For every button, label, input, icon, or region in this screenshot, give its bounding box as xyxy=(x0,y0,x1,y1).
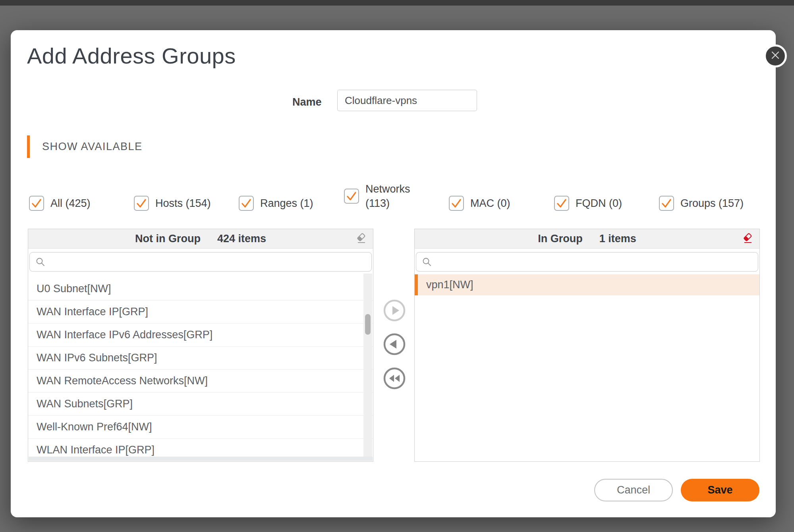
name-input[interactable] xyxy=(337,90,477,111)
vertical-scrollbar[interactable] xyxy=(363,274,372,457)
search-input[interactable] xyxy=(50,254,371,270)
not-in-group-list: U0 Subnet[NW] WAN Interface IP[GRP] WAN … xyxy=(28,278,373,461)
eraser-icon xyxy=(741,232,755,245)
filter-label: Hosts (154) xyxy=(155,197,211,210)
dialog-title: Add Address Groups xyxy=(27,43,236,69)
checkbox xyxy=(29,196,44,211)
checkbox xyxy=(239,196,254,211)
move-right-button[interactable] xyxy=(383,299,406,322)
save-button[interactable]: Save xyxy=(681,479,759,501)
list-item-label: vpn1[NW] xyxy=(426,279,473,291)
list-item[interactable]: WAN RemoteAccess Networks[NW] xyxy=(28,370,373,393)
check-icon xyxy=(555,197,568,210)
in-group-header: In Group 1 items xyxy=(415,229,759,249)
section-accent-bar xyxy=(27,135,30,158)
name-field-label: Name xyxy=(292,96,332,108)
checkbox xyxy=(554,196,569,211)
double-arrow-left-icon xyxy=(383,367,406,389)
list-item[interactable]: Well-Known Pref64[NW] xyxy=(28,416,373,439)
list-item[interactable]: U0 Subnet[NW] xyxy=(28,278,373,301)
check-icon xyxy=(660,197,673,210)
clear-list-button[interactable] xyxy=(741,232,755,245)
filter-label: Groups (157) xyxy=(680,197,744,210)
check-icon xyxy=(240,197,253,210)
list-item-selected[interactable]: vpn1[NW] xyxy=(415,274,759,295)
panel-item-count: 1 items xyxy=(599,233,636,245)
list-item-label: WAN Interface IPv6 Addresses[GRP] xyxy=(37,329,213,341)
filter-label: FQDN (0) xyxy=(576,197,622,210)
arrow-right-icon xyxy=(383,299,406,322)
close-button[interactable] xyxy=(764,44,787,67)
close-icon xyxy=(769,49,781,63)
search-icon xyxy=(35,257,46,267)
search-input[interactable] xyxy=(436,254,758,270)
filter-label: All (425) xyxy=(50,197,91,210)
not-in-group-search xyxy=(29,252,372,272)
not-in-group-panel: Not in Group 424 items U0 Subnet[NW] WAN… xyxy=(28,229,373,462)
arrow-left-icon xyxy=(383,333,406,355)
filter-label: MAC (0) xyxy=(470,197,510,210)
list-item-label: Well-Known Pref64[NW] xyxy=(37,421,152,433)
filter-checkbox-networks[interactable]: Networks (113) xyxy=(344,189,413,204)
list-item[interactable]: WAN Subnets[GRP] xyxy=(28,393,373,416)
checkbox xyxy=(134,196,149,211)
list-item[interactable]: WAN Interface IPv6 Addresses[GRP] xyxy=(28,324,373,347)
not-in-group-header: Not in Group 424 items xyxy=(28,229,373,249)
check-icon xyxy=(30,197,43,210)
list-item-label: U0 Subnet[NW] xyxy=(37,283,111,295)
filter-checkbox-mac[interactable]: MAC (0) xyxy=(449,196,510,211)
filter-checkbox-fqdn[interactable]: FQDN (0) xyxy=(554,196,622,211)
in-group-list: vpn1[NW] xyxy=(415,274,759,461)
filter-checkbox-all[interactable]: All (425) xyxy=(29,196,91,211)
panel-title: Not in Group xyxy=(135,233,201,245)
in-group-panel: In Group 1 items vpn1[NW] xyxy=(414,229,760,462)
filter-checkbox-ranges[interactable]: Ranges (1) xyxy=(239,196,313,211)
check-icon xyxy=(345,189,358,203)
move-all-left-button[interactable] xyxy=(383,367,406,389)
check-icon xyxy=(135,197,148,210)
scrollbar-thumb[interactable] xyxy=(365,314,371,335)
eraser-icon xyxy=(355,232,368,245)
list-item-label: WLAN Interface IP[GRP] xyxy=(37,444,155,456)
checkbox xyxy=(449,196,464,211)
selection-accent-bar xyxy=(415,274,418,295)
clear-list-button[interactable] xyxy=(355,232,368,245)
list-item-label: WAN RemoteAccess Networks[NW] xyxy=(37,375,208,387)
list-item-label: WAN IPv6 Subnets[GRP] xyxy=(37,352,157,364)
filter-label: Ranges (1) xyxy=(260,197,313,210)
filter-checkbox-hosts[interactable]: Hosts (154) xyxy=(134,196,211,211)
panel-item-count: 424 items xyxy=(217,233,266,245)
move-left-button[interactable] xyxy=(383,333,406,355)
in-group-search xyxy=(416,252,758,272)
check-icon xyxy=(450,197,463,210)
section-title: SHOW AVAILABLE xyxy=(42,141,143,153)
horizontal-scrollbar[interactable] xyxy=(29,457,373,461)
list-item-label: WAN Subnets[GRP] xyxy=(37,398,133,410)
background-top-strip xyxy=(0,0,794,6)
filter-checkbox-groups[interactable]: Groups (157) xyxy=(659,196,744,211)
panel-title: In Group xyxy=(538,233,582,245)
checkbox xyxy=(344,189,359,204)
list-item[interactable]: WAN Interface IP[GRP] xyxy=(28,301,373,324)
search-icon xyxy=(422,257,432,267)
add-address-groups-dialog: Add Address Groups Name SHOW AVAILABLE A… xyxy=(11,30,776,517)
checkbox xyxy=(659,196,674,211)
filter-label: Networks (113) xyxy=(365,182,413,210)
list-item[interactable]: WAN IPv6 Subnets[GRP] xyxy=(28,347,373,370)
cancel-button[interactable]: Cancel xyxy=(594,479,673,501)
list-item-label: WAN Interface IP[GRP] xyxy=(37,306,148,318)
